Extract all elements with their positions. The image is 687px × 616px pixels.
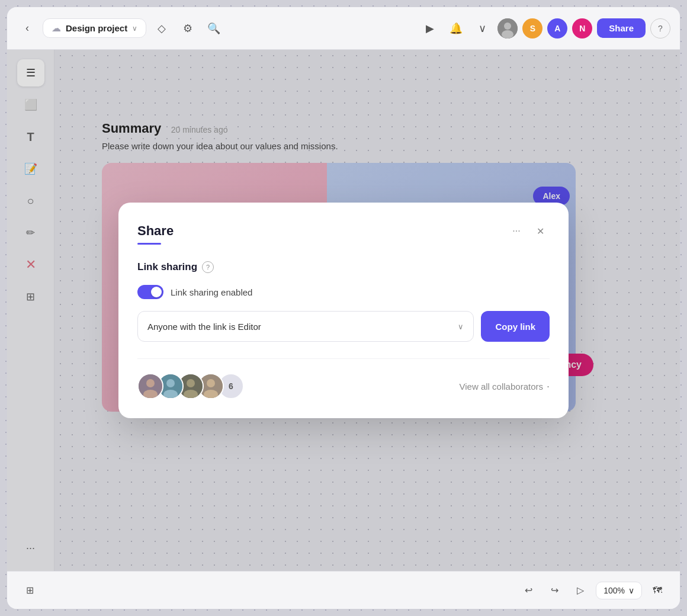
bottom-right: ↩ ↪ ▷ 100% ∨ 🗺 bbox=[518, 580, 668, 601]
more-icon: ··· bbox=[512, 226, 520, 236]
avatar-user4[interactable]: N bbox=[572, 18, 592, 38]
copy-link-button[interactable]: Copy link bbox=[481, 311, 550, 342]
redo-button[interactable]: ↪ bbox=[544, 580, 565, 601]
close-icon: ✕ bbox=[537, 226, 544, 237]
link-sharing-title: Link sharing bbox=[137, 261, 197, 273]
avatar-user2[interactable]: S bbox=[522, 18, 542, 38]
chevron-down-icon: ∨ bbox=[479, 22, 486, 35]
zoom-level: 100% bbox=[603, 586, 625, 595]
avatar-user1[interactable] bbox=[497, 18, 518, 38]
project-name: Design project bbox=[66, 23, 127, 33]
topbar: ‹ ☁ Design project ∨ ◇ ⚙ 🔍 ▶ 🔔 bbox=[7, 7, 680, 50]
play-button[interactable]: ▶ bbox=[419, 18, 441, 39]
map-button[interactable]: 🗺 bbox=[647, 580, 668, 601]
modal-header: Share ··· ✕ bbox=[137, 222, 550, 240]
link-sharing-toggle[interactable] bbox=[137, 285, 163, 299]
modal-divider bbox=[137, 358, 550, 359]
avatar-user3[interactable]: A bbox=[547, 18, 567, 38]
link-sharing-section-header: Link sharing ? bbox=[137, 261, 550, 273]
toggle-label: Link sharing enabled bbox=[171, 287, 252, 297]
bottom-bar: ⊞ ↩ ↪ ▷ 100% ∨ 🗺 bbox=[7, 571, 680, 609]
modal-underline bbox=[137, 243, 161, 245]
link-row: Anyone with the link is Editor ∨ Copy li… bbox=[137, 311, 550, 342]
back-button[interactable]: ‹ bbox=[17, 18, 38, 39]
settings-button[interactable]: ⚙ bbox=[177, 18, 198, 39]
app-container: ‹ ☁ Design project ∨ ◇ ⚙ 🔍 ▶ 🔔 bbox=[7, 7, 680, 609]
link-permission-dropdown[interactable]: Anyone with the link is Editor ∨ bbox=[137, 311, 474, 342]
zoom-chevron-icon: ∨ bbox=[628, 586, 634, 595]
svg-point-10 bbox=[187, 379, 195, 387]
tag-button[interactable]: ◇ bbox=[151, 18, 172, 39]
tag-icon: ◇ bbox=[158, 22, 166, 35]
share-button[interactable]: Share bbox=[597, 18, 646, 38]
link-permission-value: Anyone with the link is Editor bbox=[147, 322, 261, 332]
bell-icon: 🔔 bbox=[450, 22, 463, 35]
share-modal: Share ··· ✕ Link sharing ? bbox=[118, 203, 569, 418]
svg-point-7 bbox=[166, 379, 175, 387]
settings-icon: ⚙ bbox=[183, 22, 192, 35]
pointer-button[interactable]: ▷ bbox=[570, 580, 591, 601]
search-button[interactable]: 🔍 bbox=[203, 18, 224, 39]
avatars-group: 6 bbox=[137, 373, 238, 399]
view-all-dots-icon: · bbox=[547, 380, 550, 393]
view-all-collaborators-button[interactable]: View all collaborators · bbox=[460, 380, 550, 393]
grid-icon: ⊞ bbox=[26, 585, 34, 596]
modal-title: Share bbox=[137, 223, 174, 239]
project-pill[interactable]: ☁ Design project ∨ bbox=[43, 18, 146, 38]
svg-point-13 bbox=[207, 379, 215, 387]
topbar-left: ‹ ☁ Design project ∨ ◇ ⚙ 🔍 bbox=[17, 18, 224, 39]
collaborators-row: 6 View all collaborators · bbox=[137, 373, 550, 399]
toggle-thumb bbox=[151, 287, 162, 297]
topbar-right: ▶ 🔔 ∨ S A N bbox=[419, 18, 670, 39]
link-sharing-help-icon[interactable]: ? bbox=[202, 261, 214, 273]
bell-button[interactable]: 🔔 bbox=[445, 18, 467, 39]
svg-point-2 bbox=[502, 30, 513, 38]
help-button[interactable]: ? bbox=[650, 18, 670, 38]
zoom-control[interactable]: 100% ∨ bbox=[596, 582, 642, 599]
redo-icon: ↪ bbox=[551, 585, 558, 596]
collab-avatar-1 bbox=[137, 373, 163, 399]
svg-point-4 bbox=[146, 379, 155, 387]
pointer-icon: ▷ bbox=[577, 585, 584, 596]
back-icon: ‹ bbox=[25, 22, 29, 34]
project-chevron-icon: ∨ bbox=[132, 24, 137, 33]
cloud-icon: ☁ bbox=[52, 23, 61, 34]
play-icon: ▶ bbox=[426, 22, 434, 35]
toggle-row: Link sharing enabled bbox=[137, 285, 550, 299]
question-icon: ? bbox=[658, 24, 663, 33]
search-icon: 🔍 bbox=[207, 22, 220, 35]
main-area: ☰ ⬜ T 📝 ○ ✏ ✕ ⊞ bbox=[7, 50, 680, 571]
undo-icon: ↩ bbox=[525, 585, 532, 596]
modal-close-button[interactable]: ✕ bbox=[531, 222, 550, 240]
dropdown-chevron-icon: ∨ bbox=[458, 322, 464, 331]
map-icon: 🗺 bbox=[653, 585, 662, 596]
modal-overlay: Share ··· ✕ Link sharing ? bbox=[7, 50, 680, 571]
modal-more-button[interactable]: ··· bbox=[507, 222, 526, 240]
grid-button[interactable]: ⊞ bbox=[19, 580, 40, 601]
svg-point-1 bbox=[504, 23, 511, 30]
view-all-label: View all collaborators bbox=[460, 381, 543, 392]
more-button[interactable]: ∨ bbox=[471, 18, 493, 39]
bottom-left: ⊞ bbox=[19, 580, 40, 601]
undo-button[interactable]: ↩ bbox=[518, 580, 539, 601]
